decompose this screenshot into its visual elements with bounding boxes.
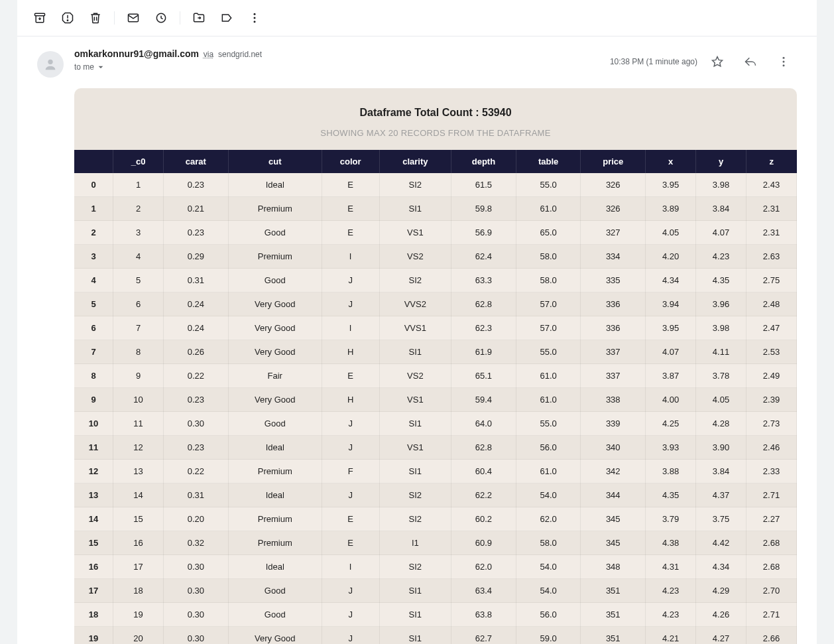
table-row: 780.26Very GoodHSI161.955.03374.074.112.… (74, 340, 797, 364)
data-cell: 55.0 (516, 173, 581, 197)
data-cell: 4 (113, 245, 164, 269)
data-cell: 61.0 (516, 197, 581, 221)
via-word: via (204, 50, 213, 59)
svg-marker-12 (713, 57, 723, 66)
message-area: omkarkonnur91@gmail.com via sendgrid.net… (17, 36, 817, 644)
clock-icon (154, 11, 168, 25)
data-cell: 63.3 (451, 269, 516, 292)
unread-button[interactable] (120, 5, 147, 31)
data-cell: VVS1 (379, 316, 451, 340)
data-cell: VS1 (379, 388, 451, 412)
snooze-button[interactable] (148, 5, 174, 31)
row-index-cell: 4 (74, 269, 113, 292)
data-cell: J (322, 436, 379, 460)
data-cell: 4.37 (696, 483, 746, 507)
data-cell: 2.33 (746, 460, 796, 483)
data-cell: Very Good (228, 340, 322, 364)
sender-avatar[interactable] (37, 51, 64, 78)
star-button[interactable] (704, 48, 731, 75)
data-cell: 0.23 (164, 388, 229, 412)
data-cell: 2.66 (746, 627, 796, 645)
column-header (74, 150, 113, 173)
message-header: omkarkonnur91@gmail.com via sendgrid.net… (74, 48, 797, 75)
table-row: 120.21PremiumESI159.861.03263.893.842.31 (74, 197, 797, 221)
data-cell: SI2 (379, 269, 451, 292)
data-cell: Good (228, 221, 322, 245)
data-cell: SI1 (379, 603, 451, 627)
data-cell: 348 (581, 555, 646, 579)
data-cell: 4.11 (696, 340, 746, 364)
data-cell: SI2 (379, 555, 451, 579)
data-cell: 13 (113, 460, 164, 483)
data-cell: E (322, 197, 379, 221)
data-cell: 4.25 (646, 412, 696, 436)
labels-button[interactable] (213, 5, 240, 31)
row-index-cell: 18 (74, 603, 113, 627)
data-cell: I (322, 245, 379, 269)
folder-move-icon (192, 11, 206, 25)
data-cell: 2.48 (746, 292, 796, 316)
data-cell: 4.34 (696, 555, 746, 579)
table-row: 11120.23IdealJVS162.856.03403.933.902.46 (74, 436, 797, 460)
data-cell: 10 (113, 388, 164, 412)
data-cell: J (322, 269, 379, 292)
archive-button[interactable] (27, 5, 53, 31)
recipient-line[interactable]: to me (74, 62, 262, 72)
message-more-button[interactable] (770, 48, 797, 75)
data-cell: 57.0 (516, 316, 581, 340)
delete-button[interactable] (82, 5, 109, 31)
data-cell: 0.26 (164, 340, 229, 364)
data-cell: SI2 (379, 483, 451, 507)
moveto-button[interactable] (186, 5, 212, 31)
data-cell: 63.8 (451, 603, 516, 627)
more-vert-icon (777, 55, 790, 68)
data-cell: 351 (581, 579, 646, 603)
data-cell: 2.47 (746, 316, 796, 340)
via-domain: sendgrid.net (218, 50, 262, 59)
data-cell: Very Good (228, 316, 322, 340)
data-cell: 54.0 (516, 483, 581, 507)
data-cell: 4.38 (646, 531, 696, 555)
data-cell: F (322, 460, 379, 483)
star-icon (711, 55, 724, 68)
data-cell: 0.29 (164, 245, 229, 269)
data-cell: Ideal (228, 483, 322, 507)
message-body: omkarkonnur91@gmail.com via sendgrid.net… (74, 48, 797, 644)
table-row: 010.23IdealESI261.555.03263.953.982.43 (74, 173, 797, 197)
more-button[interactable] (241, 5, 268, 31)
data-cell: SI2 (379, 507, 451, 531)
data-cell: 19 (113, 603, 164, 627)
column-header: clarity (379, 150, 451, 173)
data-cell: 0.30 (164, 579, 229, 603)
data-cell: 0.32 (164, 531, 229, 555)
data-cell: VVS2 (379, 292, 451, 316)
data-cell: 65.0 (516, 221, 581, 245)
svg-point-3 (67, 20, 68, 21)
data-cell: 64.0 (451, 412, 516, 436)
data-cell: 55.0 (516, 340, 581, 364)
data-cell: 55.0 (516, 412, 581, 436)
data-cell: 2.53 (746, 340, 796, 364)
data-cell: 337 (581, 364, 646, 388)
data-cell: 0.30 (164, 603, 229, 627)
data-cell: 3.90 (696, 436, 746, 460)
row-index-cell: 11 (74, 436, 113, 460)
data-cell: E (322, 531, 379, 555)
data-cell: 3.96 (696, 292, 746, 316)
to-text: to me (74, 62, 94, 72)
sender-block: omkarkonnur91@gmail.com via sendgrid.net… (74, 48, 262, 72)
spam-button[interactable] (54, 5, 81, 31)
data-cell: Ideal (228, 555, 322, 579)
data-cell: SI1 (379, 340, 451, 364)
data-cell: 3.98 (696, 173, 746, 197)
mail-icon (127, 11, 140, 25)
reply-button[interactable] (737, 48, 764, 75)
table-row: 14150.20PremiumESI260.262.03453.793.752.… (74, 507, 797, 531)
data-cell: 2.27 (746, 507, 796, 531)
row-index-cell: 17 (74, 579, 113, 603)
row-index-cell: 13 (74, 483, 113, 507)
table-row: 17180.30GoodJSI163.454.03514.234.292.70 (74, 579, 797, 603)
data-cell: J (322, 579, 379, 603)
row-index-cell: 9 (74, 388, 113, 412)
data-cell: 351 (581, 627, 646, 645)
